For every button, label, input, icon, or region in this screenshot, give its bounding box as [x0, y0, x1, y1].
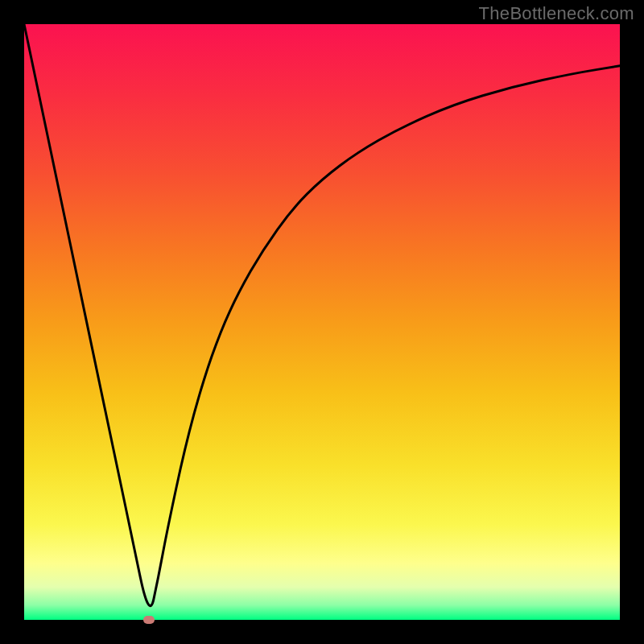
chart-svg — [24, 24, 620, 620]
watermark-text: TheBottleneck.com — [479, 3, 634, 24]
bottleneck-curve — [24, 24, 620, 606]
chart-frame: TheBottleneck.com — [0, 0, 644, 644]
minimum-marker — [143, 616, 155, 624]
